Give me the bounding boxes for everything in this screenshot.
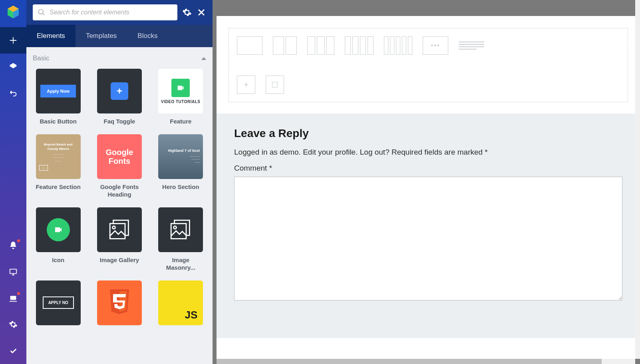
card-label: Faq Toggle [104,117,135,125]
comment-label: Comment * [234,164,622,173]
close-panel-icon[interactable] [197,8,206,17]
svg-rect-4 [10,296,16,300]
panel-tabs: Elements Templates Blocks [26,25,213,47]
vertical-scrollbar[interactable] [635,0,640,359]
reply-heading: Leave a Reply [234,127,622,140]
search-wrap [33,4,177,20]
gallery-icon [105,216,133,244]
card-label: Basic Button [40,117,77,125]
panel-body: Basic Apply Now Basic Button + Faq Toggl… [26,47,213,364]
rail-preview[interactable] [0,285,26,311]
thumb-text: JS [185,309,198,321]
canvas-inner[interactable]: ••• + Leave a Reply Logged in as demo. E… [217,16,640,359]
layout-3col[interactable] [307,36,334,55]
layout-placeholder[interactable]: ••• + [229,28,628,102]
card-label: Feature [170,117,191,125]
card-label: Feature Section [36,183,81,191]
thumb-text: Highland T of Scot [168,149,200,153]
editor-canvas: ••• + Leave a Reply Logged in as demo. E… [213,0,640,364]
rail-undo[interactable] [0,80,26,106]
card-js[interactable]: JS [155,280,206,325]
card-label: Google Fonts Heading [95,183,143,199]
card-feature[interactable]: VIDEO TUTORIALS Feature [155,69,206,125]
card-image-masonry[interactable]: Image Masonry... [155,207,206,272]
thumb-text: Apply Now [40,85,76,97]
section-basic-header[interactable]: Basic [33,54,206,62]
logo[interactable] [5,4,21,20]
html5-icon [107,289,131,316]
card-image-gallery[interactable]: Image Gallery [94,207,145,272]
layout-1col[interactable] [237,36,262,55]
thumb-text: Beyond Beach and Cloudy Waves [39,142,78,151]
rail-settings[interactable] [0,311,26,338]
layout-4col[interactable] [345,36,374,55]
card-feature-section[interactable]: Beyond Beach and Cloudy Waves ──────────… [33,134,83,199]
card-label: Image Masonry... [157,256,205,272]
reply-section: Leave a Reply Logged in as demo. Edit yo… [217,113,640,338]
card-basic-button[interactable]: Apply Now Basic Button [33,69,83,125]
card-faq-toggle[interactable]: + Faq Toggle [94,69,145,125]
chevron-up-icon [201,57,206,60]
thumb-text: APPLY NO [43,296,74,309]
card-label: Hero Section [162,183,199,191]
svg-rect-9 [171,223,187,239]
tab-elements[interactable]: Elements [26,25,76,47]
card-outline-button[interactable]: APPLY NO [33,280,83,325]
layout-more[interactable]: ••• [423,36,448,55]
rail-layers[interactable] [0,54,26,80]
panel-settings-icon[interactable] [182,8,192,17]
tab-templates[interactable]: Templates [76,25,127,47]
card-html5[interactable] [94,280,145,325]
left-rail [0,0,26,364]
card-label: Image Gallery [100,256,139,264]
rail-save[interactable] [0,338,26,364]
tab-blocks[interactable]: Blocks [127,25,168,47]
layout-5col[interactable] [384,36,412,55]
video-icon [171,79,190,97]
horizontal-scrollbar[interactable] [217,359,635,364]
rail-desktop-view[interactable] [0,259,26,285]
plus-icon: + [111,82,128,100]
svg-rect-6 [110,223,125,239]
card-hero-section[interactable]: Highland T of Scot ────────────── Hero S… [155,134,206,199]
card-label: Icon [52,256,64,264]
comment-textarea[interactable] [234,177,622,300]
svg-rect-3 [10,269,17,274]
card-google-fonts[interactable]: Google Fonts Google Fonts Heading [94,134,145,199]
thumb-text-1: Google [106,148,133,157]
layout-text[interactable] [459,42,484,50]
layout-template[interactable] [266,76,284,94]
thumb-text: VIDEO TUTORIALS [161,99,200,104]
panel-header [26,0,213,25]
rail-add[interactable] [0,27,26,54]
section-basic-title: Basic [33,54,50,62]
layout-2col[interactable] [273,36,297,55]
thumb-text-2: Fonts [109,157,130,165]
elements-grid: Apply Now Basic Button + Faq Toggle VIDE… [33,69,206,325]
card-icon[interactable]: Icon [33,207,83,272]
layout-add[interactable]: + [237,76,255,94]
video-icon [47,218,70,241]
elements-panel: Elements Templates Blocks Basic Apply No… [26,0,213,364]
search-icon [38,8,46,16]
search-input[interactable] [50,9,173,16]
rail-notifications[interactable] [0,232,26,259]
masonry-icon [167,216,195,244]
reply-meta: Logged in as demo. Edit your profile. Lo… [234,148,622,157]
